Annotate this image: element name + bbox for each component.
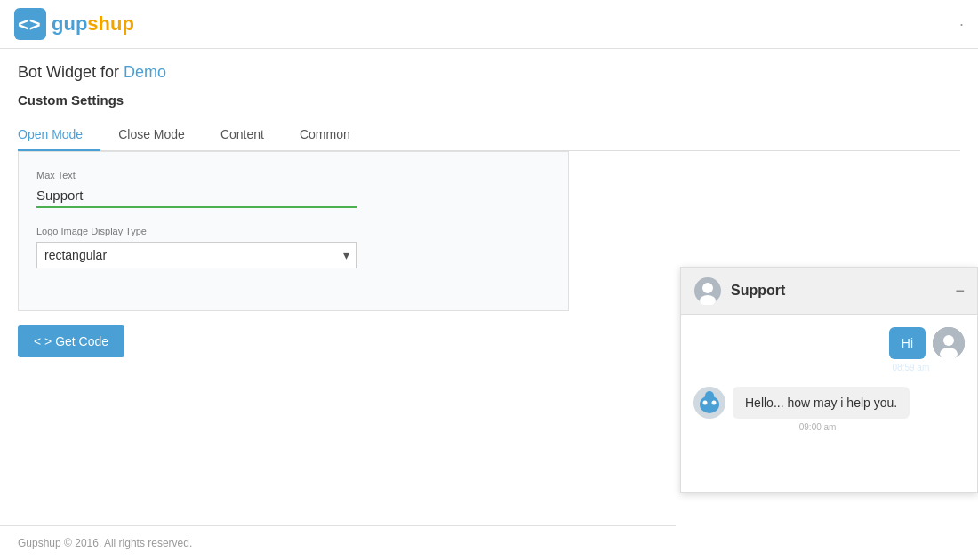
minimize-icon[interactable]: −	[955, 283, 965, 299]
user-message-bubble: Hi	[889, 327, 926, 359]
footer: Gupshup © 2016. All rights reserved.	[0, 525, 676, 560]
chat-body: Hi 08:59 am Hello... how may i help you.…	[681, 315, 977, 492]
tab-content[interactable]: Content	[203, 118, 282, 150]
get-code-button[interactable]: < > Get Code	[18, 325, 124, 357]
max-text-group: Max Text	[36, 170, 550, 208]
tab-common[interactable]: Common	[282, 118, 368, 150]
logo-icon: <>	[14, 8, 46, 40]
bot-bubble-wrapper: Hello... how may i help you. 09:00 am	[725, 387, 910, 432]
logo: <> gupshup	[14, 8, 134, 40]
logo-image-label: Logo Image Display Type	[36, 226, 550, 236]
user-message-time: 08:59 am	[889, 363, 933, 372]
chat-message-bot: Hello... how may i help you. 09:00 am	[693, 387, 965, 432]
chat-widget: Support − Hi 08:59 am	[680, 267, 978, 493]
max-text-input[interactable]	[36, 184, 357, 208]
header-dot: ·	[959, 15, 964, 34]
settings-panel: Max Text Logo Image Display Type rectang…	[18, 151, 569, 311]
svg-point-10	[705, 391, 714, 400]
chat-header-icon	[693, 276, 722, 305]
chat-title: Support	[731, 283, 946, 299]
chat-message-user: Hi 08:59 am	[693, 327, 965, 372]
svg-point-6	[943, 335, 954, 346]
demo-link[interactable]: Demo	[124, 63, 166, 81]
user-bubble-wrapper: Hi 08:59 am	[889, 327, 933, 372]
bot-avatar-icon	[693, 387, 725, 419]
bot-avatar	[693, 387, 725, 419]
header: <> gupshup ·	[0, 0, 978, 49]
footer-text: Gupshup © 2016. All rights reserved.	[18, 537, 192, 549]
logo-image-group: Logo Image Display Type rectangular circ…	[36, 226, 550, 268]
tab-close-mode[interactable]: Close Mode	[100, 118, 203, 150]
bot-message-bubble: Hello... how may i help you.	[733, 387, 910, 419]
svg-point-12	[712, 401, 717, 405]
section-title: Custom Settings	[18, 92, 960, 108]
logo-image-select-wrapper: rectangular circular square ▾	[36, 242, 357, 268]
user-avatar	[933, 327, 965, 359]
tabs-container: Open Mode Close Mode Content Common	[18, 118, 960, 151]
logo-wordmark: gupshup	[52, 12, 134, 36]
max-text-label: Max Text	[36, 170, 550, 180]
tab-open-mode[interactable]: Open Mode	[18, 118, 100, 150]
logo-image-select[interactable]: rectangular circular square	[36, 242, 357, 268]
svg-point-3	[702, 283, 713, 293]
chat-header: Support −	[681, 268, 977, 315]
svg-text:<>: <>	[18, 13, 41, 36]
bot-message-time: 09:00 am	[725, 422, 910, 432]
svg-point-11	[703, 401, 708, 405]
page-title: Bot Widget for Demo	[18, 63, 960, 82]
user-avatar-icon	[933, 327, 965, 359]
